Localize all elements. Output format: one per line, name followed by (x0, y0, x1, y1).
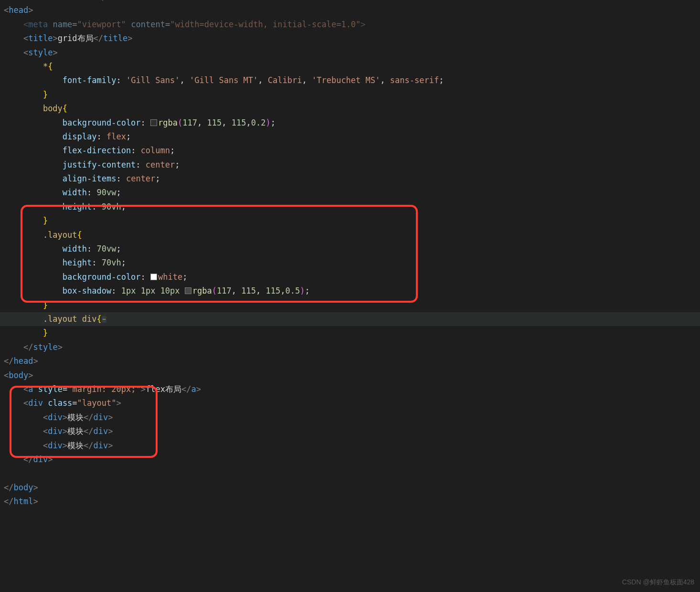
code-line: background-color: rgba(117, 115, 115,0.2… (0, 116, 700, 130)
code-line: <title>grid布局</title> (0, 32, 700, 45)
code-line: </body> (0, 481, 700, 495)
code-line: background-color: white; (0, 270, 700, 284)
code-line: <meta name="viewport" content="width=dev… (0, 18, 700, 32)
code-line: display: flex; (0, 130, 700, 144)
code-editor[interactable]: <meta name="viewport" content="width=dev… (0, 0, 700, 508)
code-line: <a style="margin: 20px;">flex布局</a> (0, 382, 700, 396)
code-line: align-items: center; (0, 172, 700, 186)
color-swatch-icon (150, 274, 157, 280)
code-line: <style> (0, 46, 700, 60)
fold-indicator-icon[interactable]: ⋯ (102, 316, 107, 323)
code-line: justify-content: center; (0, 158, 700, 172)
code-line: .layout{ (0, 228, 700, 242)
code-line: </head> (0, 354, 700, 368)
code-line: </style> (0, 340, 700, 354)
color-swatch-icon (150, 119, 157, 126)
code-line: } (0, 214, 700, 228)
code-line: *{ (0, 60, 700, 74)
code-line: } (0, 298, 700, 312)
code-line: </div> (0, 453, 700, 466)
code-line: </html> (0, 495, 700, 508)
code-line: body{ (0, 102, 700, 116)
code-line: width: 90vw; (0, 186, 700, 200)
code-line: <div class="layout"> (0, 396, 700, 410)
code-line: box-shadow: 1px 1px 10px rgba(117, 115, … (0, 284, 700, 298)
code-line: <div>模块</div> (0, 439, 700, 453)
code-line: flex-direction: column; (0, 144, 700, 158)
code-line: width: 70vw; (0, 242, 700, 256)
code-line: <div>模块</div> (0, 411, 700, 424)
code-line: <meta name="viewport" content="width=dev… (0, 0, 700, 3)
code-line: } (0, 88, 700, 102)
watermark-text: CSDN @鲜虾鱼板面428 (622, 575, 694, 589)
code-line (0, 466, 700, 480)
code-line: <body> (0, 369, 700, 382)
code-line-active: .layout div{⋯ (0, 312, 700, 326)
code-line: font-family: 'Gill Sans', 'Gill Sans MT'… (0, 74, 700, 87)
code-line: height: 70vh; (0, 256, 700, 270)
code-line: } (0, 326, 700, 340)
code-line: <head> (0, 3, 700, 17)
color-swatch-icon (185, 287, 191, 294)
code-line: <div>模块</div> (0, 424, 700, 438)
code-line: height: 90vh; (0, 200, 700, 214)
